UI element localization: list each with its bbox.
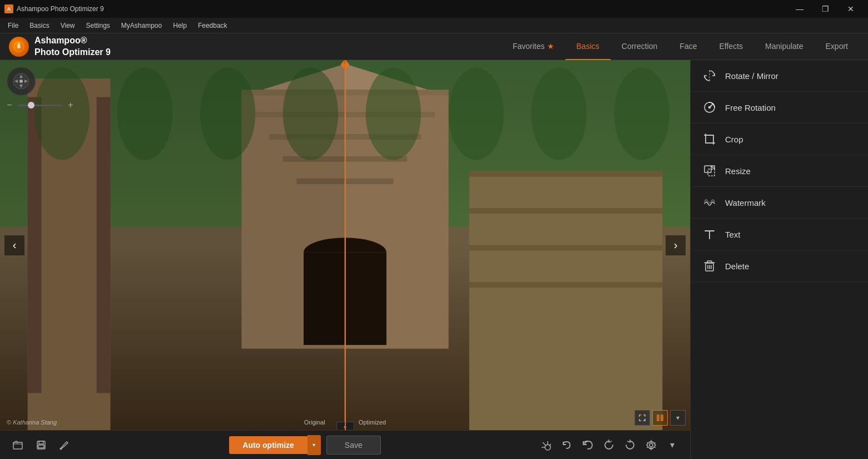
text-icon xyxy=(702,226,717,242)
bottom-right-tools: ▾ xyxy=(537,436,681,454)
image-area: − + ‹ › © Katharina Stang Original Optim… xyxy=(0,60,690,459)
tab-basics[interactable]: Basics xyxy=(566,33,611,60)
app-title: Ashampoo Photo Optimizer 9 xyxy=(17,5,104,13)
menu-option-rotate-mirror[interactable]: Rotate / Mirror xyxy=(691,60,868,92)
crop-icon xyxy=(702,131,717,147)
rotate-cw-button[interactable] xyxy=(621,436,639,454)
fullscreen-button[interactable] xyxy=(634,410,650,426)
maximize-button[interactable]: ❐ xyxy=(812,0,838,18)
rotate-mirror-icon xyxy=(702,68,717,83)
open-file-button[interactable] xyxy=(9,436,27,454)
original-label: Original xyxy=(304,419,325,426)
bottom-center-actions: Auto optimize ▾ Save xyxy=(229,435,380,455)
titlebar: A Ashampoo Photo Optimizer 9 — ❐ ✕ xyxy=(0,0,868,18)
delete-label: Delete xyxy=(725,261,749,271)
auto-optimize-dropdown-button[interactable]: ▾ xyxy=(307,435,321,455)
view-controls: ▾ xyxy=(634,410,686,426)
svg-point-16 xyxy=(649,443,653,447)
main-area: − + ‹ › © Katharina Stang Original Optim… xyxy=(0,60,868,459)
bottom-bar: ▲ xyxy=(0,430,690,459)
split-view-button[interactable] xyxy=(652,410,668,426)
delete-icon xyxy=(702,258,717,274)
menu-feedback[interactable]: Feedback xyxy=(192,18,233,33)
magic-wand-button[interactable] xyxy=(537,436,554,454)
svg-point-20 xyxy=(709,107,711,108)
photo-container: − + ‹ › © Katharina Stang Original Optim… xyxy=(0,60,690,430)
menu-option-crop[interactable]: Crop xyxy=(691,124,868,155)
svg-point-7 xyxy=(19,80,23,83)
tab-correction[interactable]: Correction xyxy=(611,33,669,60)
right-panel: Rotate / Mirror Free Rotation xyxy=(690,60,868,459)
crop-label: Crop xyxy=(725,135,743,144)
optimized-label: Optimized xyxy=(359,419,386,426)
menu-option-free-rotation[interactable]: Free Rotation xyxy=(691,92,868,124)
tab-face[interactable]: Face xyxy=(668,33,708,60)
titlebar-controls: — ❐ ✕ xyxy=(787,0,864,18)
tab-export[interactable]: Export xyxy=(815,33,859,60)
pan-control[interactable] xyxy=(7,67,36,96)
svg-rect-13 xyxy=(38,445,44,448)
brush-button[interactable] xyxy=(56,436,73,454)
undo-button[interactable] xyxy=(558,436,576,454)
svg-rect-12 xyxy=(39,441,43,444)
settings-button[interactable] xyxy=(642,436,660,454)
auto-optimize-button[interactable]: Auto optimize xyxy=(229,436,307,454)
zoom-in-button[interactable]: + xyxy=(66,100,76,110)
tab-favorites[interactable]: Favorites★ xyxy=(502,33,566,60)
menu-option-resize[interactable]: Resize xyxy=(691,155,868,187)
menu-myashampoo[interactable]: MyAshampoo xyxy=(116,18,167,33)
logo-area: Ashampoo® Photo Optimizer 9 xyxy=(9,35,111,58)
menu-option-watermark[interactable]: Watermark xyxy=(691,187,868,219)
rotate-mirror-label: Rotate / Mirror xyxy=(725,71,778,81)
save-copy-button[interactable] xyxy=(32,436,50,454)
next-image-button[interactable]: › xyxy=(666,235,686,255)
tab-effects[interactable]: Effects xyxy=(708,33,754,60)
text-label: Text xyxy=(725,230,741,239)
close-button[interactable]: ✕ xyxy=(838,0,864,18)
rotate-ccw-button[interactable] xyxy=(600,436,618,454)
logo-text: Ashampoo® Photo Optimizer 9 xyxy=(34,35,111,58)
watermark-label: Watermark xyxy=(725,198,766,208)
svg-rect-21 xyxy=(706,135,713,143)
bottom-left-tools xyxy=(9,436,73,454)
resize-icon xyxy=(702,163,717,179)
menu-view[interactable]: View xyxy=(55,18,81,33)
undo-all-button[interactable] xyxy=(579,436,597,454)
menu-help[interactable]: Help xyxy=(167,18,192,33)
photo-labels: Original Optimized xyxy=(304,419,386,426)
svg-point-1 xyxy=(17,45,21,48)
view-dropdown-button[interactable]: ▾ xyxy=(670,410,686,426)
menu-basics[interactable]: Basics xyxy=(24,18,54,33)
app-icon: A xyxy=(4,4,13,13)
svg-point-14 xyxy=(60,447,62,450)
logo-line1: Ashampoo® xyxy=(34,35,111,47)
menu-file[interactable]: File xyxy=(2,18,24,33)
save-button[interactable]: Save xyxy=(326,436,381,455)
tab-manipulate[interactable]: Manipulate xyxy=(754,33,815,60)
zoom-slider[interactable] xyxy=(18,105,62,106)
free-rotation-icon xyxy=(702,100,717,115)
svg-rect-8 xyxy=(657,414,659,421)
menu-option-text[interactable]: Text xyxy=(691,219,868,250)
menubar: File Basics View Settings MyAshampoo Hel… xyxy=(0,18,868,33)
prev-image-button[interactable]: ‹ xyxy=(4,235,24,255)
free-rotation-label: Free Rotation xyxy=(725,103,776,112)
titlebar-left: A Ashampoo Photo Optimizer 9 xyxy=(4,4,104,13)
logo-icon xyxy=(9,37,29,57)
more-options-button[interactable]: ▾ xyxy=(663,436,681,454)
minimize-button[interactable]: — xyxy=(787,0,812,18)
zoom-out-button[interactable]: − xyxy=(4,100,14,110)
copyright-text: © Katharina Stang xyxy=(7,419,57,426)
menu-settings[interactable]: Settings xyxy=(80,18,115,33)
svg-rect-9 xyxy=(661,414,663,421)
split-line xyxy=(345,60,346,430)
menu-option-delete[interactable]: Delete xyxy=(691,250,868,282)
zoom-thumb xyxy=(28,102,34,108)
svg-line-24 xyxy=(711,166,715,169)
svg-rect-10 xyxy=(13,442,22,449)
logo-line2: Photo Optimizer 9 xyxy=(34,47,111,58)
zoom-control: − + xyxy=(4,100,76,110)
watermark-icon xyxy=(702,195,717,210)
top-navigation: Ashampoo® Photo Optimizer 9 Favorites★ B… xyxy=(0,33,868,60)
resize-label: Resize xyxy=(725,166,751,176)
